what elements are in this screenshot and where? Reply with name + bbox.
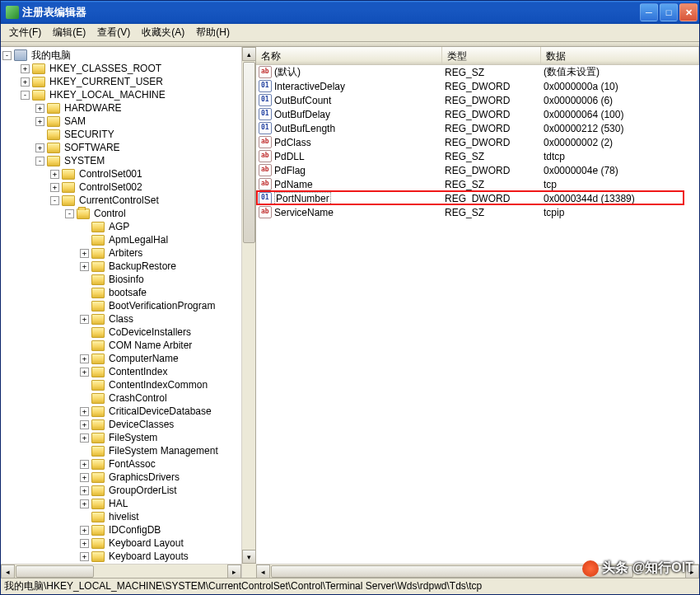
expand-icon[interactable] bbox=[80, 223, 89, 232]
expand-icon[interactable]: + bbox=[50, 170, 59, 179]
tree-item[interactable]: -HKEY_LOCAL_MACHINE bbox=[2, 88, 241, 101]
value-row[interactable]: PdNameREG_SZtcp bbox=[256, 177, 699, 191]
expand-icon[interactable] bbox=[80, 447, 89, 456]
tree-item[interactable]: +CriticalDeviceDatabase bbox=[2, 405, 241, 418]
expand-icon[interactable]: + bbox=[80, 433, 89, 443]
expand-icon[interactable] bbox=[80, 236, 89, 245]
tree-item[interactable]: +GraphicsDrivers bbox=[2, 471, 241, 484]
menu-view[interactable]: 查看(V) bbox=[92, 24, 135, 41]
tree-item[interactable]: +DeviceClasses bbox=[2, 418, 241, 431]
expand-icon[interactable]: - bbox=[21, 91, 30, 100]
tree-item[interactable]: +GroupOrderList bbox=[2, 484, 241, 497]
value-row[interactable]: PortNumberREG_DWORD0x0000344d (13389) bbox=[256, 191, 699, 205]
expand-icon[interactable] bbox=[80, 394, 89, 403]
expand-icon[interactable] bbox=[80, 288, 89, 298]
expand-icon[interactable]: + bbox=[35, 104, 44, 113]
scroll-left-icon[interactable]: ◂ bbox=[256, 565, 270, 579]
tree-item[interactable]: SECURITY bbox=[2, 128, 241, 141]
tree-item[interactable]: -CurrentControlSet bbox=[2, 194, 241, 207]
tree-item[interactable]: +BackupRestore bbox=[2, 260, 241, 273]
tree-item[interactable]: +HKEY_CURRENT_USER bbox=[2, 75, 241, 88]
scroll-left-icon[interactable]: ◂ bbox=[1, 565, 15, 579]
close-button[interactable]: ✕ bbox=[679, 3, 698, 21]
tree-item[interactable]: +ControlSet002 bbox=[2, 180, 241, 194]
tree-item[interactable]: ContentIndexCommon bbox=[2, 378, 241, 391]
expand-icon[interactable] bbox=[80, 328, 89, 337]
tree-item[interactable]: +Class bbox=[2, 312, 241, 326]
tree-item[interactable]: +SOFTWARE bbox=[2, 141, 241, 154]
menu-help[interactable]: 帮助(H) bbox=[191, 24, 235, 41]
expand-icon[interactable]: + bbox=[80, 407, 89, 416]
titlebar[interactable]: 注册表编辑器 ─ □ ✕ bbox=[1, 1, 699, 24]
expand-icon[interactable]: + bbox=[80, 486, 89, 495]
tree-item[interactable]: +HKEY_CLASSES_ROOT bbox=[2, 62, 241, 75]
tree-item[interactable]: +ControlSet001 bbox=[2, 167, 241, 180]
expand-icon[interactable]: + bbox=[80, 249, 89, 258]
expand-icon[interactable]: + bbox=[35, 143, 44, 152]
scroll-thumb[interactable] bbox=[243, 62, 255, 243]
tree-item[interactable]: +Keyboard Layout bbox=[2, 536, 241, 550]
tree-item[interactable]: +HARDWARE bbox=[2, 101, 241, 115]
value-row[interactable]: PdFlagREG_DWORD0x0000004e (78) bbox=[256, 163, 699, 177]
scroll-up-icon[interactable]: ▴ bbox=[242, 47, 256, 61]
tree-scroll[interactable]: -我的电脑+HKEY_CLASSES_ROOT+HKEY_CURRENT_USE… bbox=[1, 47, 241, 564]
scroll-thumb[interactable] bbox=[16, 565, 94, 578]
tree-item[interactable]: +FileSystem bbox=[2, 431, 241, 444]
menu-file[interactable]: 文件(F) bbox=[4, 24, 46, 41]
tree-root[interactable]: -我的电脑 bbox=[2, 49, 241, 62]
collapse-icon[interactable]: - bbox=[2, 51, 12, 60]
value-row[interactable]: ServiceNameREG_SZtcpip bbox=[256, 205, 699, 219]
tree-item[interactable]: BootVerificationProgram bbox=[2, 299, 241, 312]
expand-icon[interactable] bbox=[80, 275, 89, 284]
tree-item[interactable]: +IDConfigDB bbox=[2, 523, 241, 536]
tree-v-scrollbar[interactable]: ▴ ▾ bbox=[241, 47, 255, 578]
tree-item[interactable]: +ComputerName bbox=[2, 352, 241, 365]
tree-item[interactable]: CrashControl bbox=[2, 391, 241, 405]
tree-item[interactable]: COM Name Arbiter bbox=[2, 339, 241, 352]
value-row[interactable]: OutBufDelayREG_DWORD0x00000064 (100) bbox=[256, 107, 699, 121]
expand-icon[interactable]: + bbox=[21, 64, 30, 73]
tree-item[interactable]: +ContentIndex bbox=[2, 365, 241, 378]
tree-item[interactable]: FileSystem Management bbox=[2, 444, 241, 457]
menu-edit[interactable]: 编辑(E) bbox=[48, 24, 91, 41]
expand-icon[interactable] bbox=[80, 381, 89, 390]
expand-icon[interactable]: + bbox=[50, 183, 59, 192]
tree-item[interactable]: Biosinfo bbox=[2, 273, 241, 286]
tree-item[interactable]: -Control bbox=[2, 207, 241, 220]
expand-icon[interactable]: + bbox=[80, 473, 89, 482]
tree-item[interactable]: bootsafe bbox=[2, 286, 241, 299]
menu-favorites[interactable]: 收藏夹(A) bbox=[137, 24, 189, 41]
value-row[interactable]: OutBufLengthREG_DWORD0x00000212 (530) bbox=[256, 121, 699, 135]
value-row[interactable]: (默认)REG_SZ(数值未设置) bbox=[256, 65, 699, 79]
expand-icon[interactable]: + bbox=[21, 77, 30, 87]
expand-icon[interactable]: - bbox=[35, 157, 44, 166]
expand-icon[interactable] bbox=[35, 130, 44, 139]
expand-icon[interactable]: + bbox=[80, 420, 89, 429]
expand-icon[interactable]: - bbox=[50, 196, 59, 205]
tree-item[interactable]: +FontAssoc bbox=[2, 457, 241, 471]
expand-icon[interactable]: + bbox=[80, 368, 89, 377]
expand-icon[interactable]: - bbox=[65, 209, 74, 218]
maximize-button[interactable]: □ bbox=[660, 3, 678, 21]
expand-icon[interactable]: + bbox=[80, 354, 89, 363]
expand-icon[interactable]: + bbox=[80, 460, 89, 469]
expand-icon[interactable]: + bbox=[80, 552, 89, 561]
tree-item[interactable]: +Keyboard Layouts bbox=[2, 550, 241, 563]
scroll-right-icon[interactable]: ▸ bbox=[227, 565, 241, 579]
tree-item[interactable]: ApmLegalHal bbox=[2, 233, 241, 246]
value-row[interactable]: InteractiveDelayREG_DWORD0x0000000a (10) bbox=[256, 79, 699, 93]
expand-icon[interactable]: + bbox=[80, 499, 89, 508]
tree-h-scrollbar[interactable]: ◂ ▸ bbox=[1, 564, 241, 578]
tree-item[interactable]: +Arbiters bbox=[2, 246, 241, 260]
tree-item[interactable]: +SAM bbox=[2, 115, 241, 128]
expand-icon[interactable]: + bbox=[35, 117, 44, 126]
col-data[interactable]: 数据 bbox=[541, 47, 699, 64]
expand-icon[interactable] bbox=[80, 341, 89, 350]
value-row[interactable]: PdClassREG_DWORD0x00000002 (2) bbox=[256, 135, 699, 149]
value-list[interactable]: (默认)REG_SZ(数值未设置)InteractiveDelayREG_DWO… bbox=[256, 65, 699, 564]
col-type[interactable]: 类型 bbox=[442, 47, 541, 64]
scroll-down-icon[interactable]: ▾ bbox=[242, 550, 256, 564]
expand-icon[interactable] bbox=[80, 513, 89, 522]
scroll-thumb[interactable] bbox=[271, 565, 633, 578]
tree-item[interactable]: CoDeviceInstallers bbox=[2, 326, 241, 339]
